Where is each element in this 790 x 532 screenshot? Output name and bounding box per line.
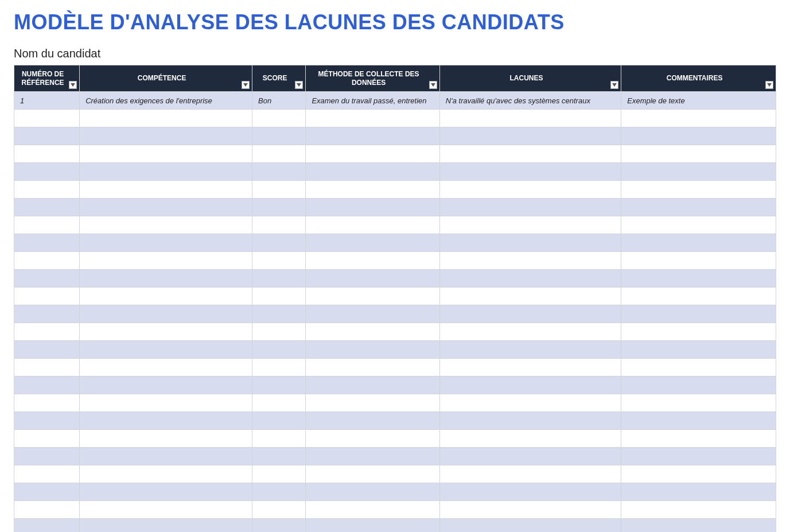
cell-competence[interactable]	[80, 163, 252, 181]
cell-ref[interactable]	[14, 127, 80, 145]
cell-gap[interactable]	[439, 465, 621, 483]
cell-ref[interactable]	[14, 394, 80, 412]
cell-competence[interactable]	[80, 323, 252, 341]
cell-gap[interactable]	[439, 199, 621, 216]
cell-score[interactable]	[252, 252, 306, 270]
cell-ref[interactable]	[14, 519, 80, 533]
cell-ref[interactable]	[14, 270, 80, 288]
cell-method[interactable]	[306, 483, 439, 501]
cell-competence[interactable]: Création des exigences de l'entreprise	[80, 92, 252, 110]
cell-ref[interactable]	[14, 412, 80, 430]
cell-score[interactable]	[252, 359, 306, 376]
cell-method[interactable]	[306, 305, 439, 323]
cell-comment[interactable]	[621, 199, 776, 216]
cell-competence[interactable]	[80, 127, 252, 145]
cell-score[interactable]	[252, 430, 306, 448]
cell-gap[interactable]	[439, 288, 621, 305]
cell-competence[interactable]	[80, 234, 252, 252]
cell-score[interactable]	[252, 199, 306, 216]
cell-score[interactable]	[252, 483, 306, 501]
cell-score[interactable]	[252, 270, 306, 288]
cell-score[interactable]	[252, 163, 306, 181]
cell-comment[interactable]	[621, 430, 776, 448]
cell-method[interactable]	[306, 430, 439, 448]
cell-score[interactable]	[252, 501, 306, 519]
cell-comment[interactable]	[621, 448, 776, 465]
cell-competence[interactable]	[80, 394, 252, 412]
cell-comment[interactable]: Exemple de texte	[621, 92, 776, 110]
cell-comment[interactable]	[621, 483, 776, 501]
cell-ref[interactable]	[14, 359, 80, 376]
cell-comment[interactable]	[621, 341, 776, 359]
cell-method[interactable]	[306, 448, 439, 465]
cell-gap[interactable]	[439, 412, 621, 430]
cell-competence[interactable]	[80, 448, 252, 465]
cell-score[interactable]	[252, 376, 306, 394]
cell-comment[interactable]	[621, 163, 776, 181]
cell-method[interactable]	[306, 323, 439, 341]
cell-comment[interactable]	[621, 216, 776, 234]
cell-competence[interactable]	[80, 199, 252, 216]
cell-comment[interactable]	[621, 359, 776, 376]
cell-ref[interactable]	[14, 305, 80, 323]
cell-competence[interactable]	[80, 110, 252, 127]
cell-ref[interactable]	[14, 252, 80, 270]
cell-score[interactable]	[252, 465, 306, 483]
cell-gap[interactable]	[439, 483, 621, 501]
cell-competence[interactable]	[80, 483, 252, 501]
cell-competence[interactable]	[80, 252, 252, 270]
cell-gap[interactable]	[439, 234, 621, 252]
cell-comment[interactable]	[621, 110, 776, 127]
cell-competence[interactable]	[80, 376, 252, 394]
cell-gap[interactable]	[439, 252, 621, 270]
cell-ref[interactable]	[14, 501, 80, 519]
cell-method[interactable]	[306, 199, 439, 216]
cell-method[interactable]	[306, 501, 439, 519]
cell-gap[interactable]	[439, 216, 621, 234]
cell-score[interactable]	[252, 519, 306, 533]
cell-gap[interactable]	[439, 448, 621, 465]
cell-method[interactable]	[306, 252, 439, 270]
cell-ref[interactable]	[14, 163, 80, 181]
cell-method[interactable]	[306, 234, 439, 252]
cell-method[interactable]	[306, 181, 439, 199]
cell-score[interactable]	[252, 394, 306, 412]
cell-gap[interactable]	[439, 181, 621, 199]
filter-button[interactable]	[429, 81, 437, 89]
cell-ref[interactable]	[14, 341, 80, 359]
cell-gap[interactable]	[439, 110, 621, 127]
cell-gap[interactable]	[439, 305, 621, 323]
cell-method[interactable]	[306, 270, 439, 288]
cell-score[interactable]	[252, 448, 306, 465]
cell-competence[interactable]	[80, 270, 252, 288]
cell-ref[interactable]	[14, 145, 80, 163]
cell-method[interactable]	[306, 110, 439, 127]
cell-comment[interactable]	[621, 519, 776, 533]
cell-gap[interactable]	[439, 163, 621, 181]
cell-competence[interactable]	[80, 288, 252, 305]
cell-method[interactable]	[306, 216, 439, 234]
cell-comment[interactable]	[621, 323, 776, 341]
cell-method[interactable]	[306, 145, 439, 163]
cell-score[interactable]	[252, 110, 306, 127]
cell-ref[interactable]	[14, 199, 80, 216]
cell-comment[interactable]	[621, 465, 776, 483]
cell-gap[interactable]	[439, 501, 621, 519]
cell-comment[interactable]	[621, 394, 776, 412]
cell-comment[interactable]	[621, 252, 776, 270]
cell-comment[interactable]	[621, 305, 776, 323]
filter-button[interactable]	[610, 81, 618, 89]
cell-method[interactable]	[306, 465, 439, 483]
filter-button[interactable]	[765, 81, 773, 89]
cell-gap[interactable]	[439, 394, 621, 412]
filter-button[interactable]	[295, 81, 303, 89]
cell-comment[interactable]	[621, 376, 776, 394]
cell-method[interactable]	[306, 127, 439, 145]
cell-score[interactable]	[252, 412, 306, 430]
cell-ref[interactable]	[14, 110, 80, 127]
cell-gap[interactable]	[439, 430, 621, 448]
cell-score[interactable]	[252, 127, 306, 145]
cell-ref[interactable]: 1	[14, 92, 80, 110]
cell-competence[interactable]	[80, 501, 252, 519]
cell-competence[interactable]	[80, 465, 252, 483]
